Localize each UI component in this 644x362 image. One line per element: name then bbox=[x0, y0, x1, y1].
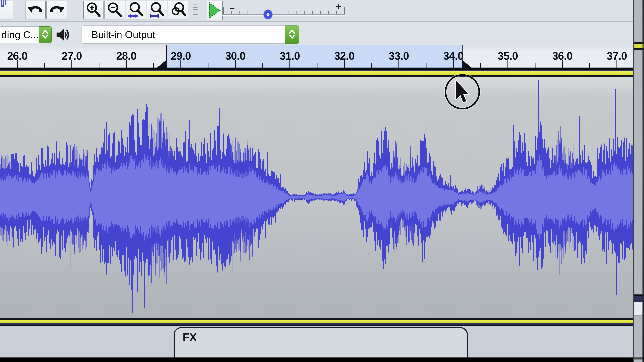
slider-tick bbox=[336, 11, 337, 15]
track-top-border-dark2 bbox=[0, 75, 633, 77]
toolbar-grip-handle[interactable] bbox=[193, 3, 198, 16]
track-bottom-border-yellow bbox=[0, 320, 633, 323]
timeline-label: 36.0 bbox=[552, 50, 572, 62]
track-bottom-border-dark bbox=[0, 318, 633, 320]
playback-device-combo[interactable]: Built-in Output bbox=[82, 25, 285, 43]
window-right-edge bbox=[633, 0, 634, 362]
zoom-toggle-button[interactable] bbox=[168, 1, 188, 19]
undo-button[interactable] bbox=[25, 1, 46, 19]
track-bottom-border-navy bbox=[0, 323, 633, 325]
timeline-label: 32.0 bbox=[334, 50, 354, 62]
timeline-minor-tick bbox=[208, 63, 208, 67]
timeline-minor-tick bbox=[153, 63, 154, 67]
timeline-label: 37.0 bbox=[607, 50, 627, 62]
timeline-minor-tick bbox=[589, 63, 590, 67]
timeline-minor-tick bbox=[535, 63, 536, 67]
mouse-cursor-icon bbox=[455, 80, 472, 106]
timeline-label: 31.0 bbox=[280, 50, 300, 62]
track-top-border-yellow bbox=[0, 71, 633, 75]
timeline-loop-region[interactable] bbox=[166, 45, 462, 67]
playback-device-combo-text: Built-in Output bbox=[92, 29, 155, 40]
slider-tick bbox=[320, 11, 321, 15]
slider-tick bbox=[224, 7, 224, 15]
timeline-label: 35.0 bbox=[498, 50, 518, 62]
edit-toolbar: – + bbox=[0, 0, 633, 22]
timeline-minor-tick bbox=[426, 63, 426, 67]
timeline-minor-tick bbox=[480, 63, 481, 67]
zoom-in-button[interactable] bbox=[83, 1, 104, 19]
timeline-minor-tick bbox=[262, 63, 263, 67]
device-toolbar: ding C... Built-in Output bbox=[0, 22, 633, 45]
recording-channels-combo-text: ding C... bbox=[1, 29, 39, 40]
zoom-to-selection-button[interactable] bbox=[126, 1, 146, 19]
slider-tick bbox=[312, 11, 312, 15]
slider-tick bbox=[344, 7, 345, 15]
timeline-label: 29.0 bbox=[171, 50, 191, 62]
zoom-out-button[interactable] bbox=[104, 1, 125, 19]
redo-button[interactable] bbox=[46, 1, 67, 19]
slider-tick bbox=[296, 11, 296, 15]
fit-project-button[interactable] bbox=[147, 1, 167, 19]
silence-selection-button[interactable] bbox=[0, 1, 13, 19]
timeline-label: 26.0 bbox=[7, 50, 28, 62]
slider-tick bbox=[304, 11, 304, 15]
chevron-up-down-icon bbox=[40, 28, 50, 41]
timeline-label: 30.0 bbox=[225, 50, 246, 62]
track-bottom-border-dark2 bbox=[0, 325, 633, 326]
fx-panel[interactable]: FX bbox=[174, 327, 468, 362]
slider-tick bbox=[280, 11, 280, 15]
playback-speed-slider[interactable] bbox=[222, 14, 346, 15]
timeline-label: 27.0 bbox=[62, 50, 82, 62]
playback-device-stepper[interactable] bbox=[285, 25, 299, 43]
screen-right-dark-edge bbox=[642, 0, 644, 362]
audacity-window: – + ding C... Built-in Outp bbox=[0, 0, 644, 362]
timeline-minor-tick bbox=[44, 63, 45, 67]
bottom-black-bar bbox=[0, 358, 633, 362]
waveform bbox=[0, 77, 633, 318]
background-window-sliver bbox=[634, 0, 642, 362]
playback-speed-slider-thumb[interactable] bbox=[264, 10, 272, 19]
slider-tick bbox=[328, 11, 329, 15]
loop-region-end-handle[interactable] bbox=[462, 60, 472, 67]
recording-channels-combo[interactable]: ding C... bbox=[0, 26, 39, 43]
audio-track-canvas[interactable] bbox=[0, 77, 633, 318]
loop-region-start-handle[interactable] bbox=[157, 60, 167, 67]
recording-channels-stepper[interactable] bbox=[38, 26, 52, 43]
timeline-minor-tick bbox=[99, 63, 100, 67]
speaker-icon bbox=[55, 28, 71, 43]
slider-tick bbox=[288, 11, 288, 15]
slider-tick bbox=[240, 11, 240, 15]
timeline-ruler[interactable]: 26.027.028.029.030.031.032.033.034.035.0… bbox=[0, 45, 633, 67]
slider-tick bbox=[248, 11, 248, 15]
chevron-up-down-icon bbox=[288, 28, 297, 41]
play-at-speed-button[interactable] bbox=[206, 1, 223, 20]
track-top-border-dark bbox=[0, 67, 633, 70]
slider-tick bbox=[232, 11, 232, 15]
timeline-label: 28.0 bbox=[116, 50, 136, 62]
fx-panel-label: FX bbox=[183, 331, 197, 344]
timeline-minor-tick bbox=[317, 63, 318, 67]
timeline-minor-tick bbox=[371, 63, 372, 67]
timeline-label: 34.0 bbox=[443, 50, 464, 62]
slider-tick bbox=[256, 11, 256, 15]
timeline-label: 33.0 bbox=[389, 50, 409, 62]
